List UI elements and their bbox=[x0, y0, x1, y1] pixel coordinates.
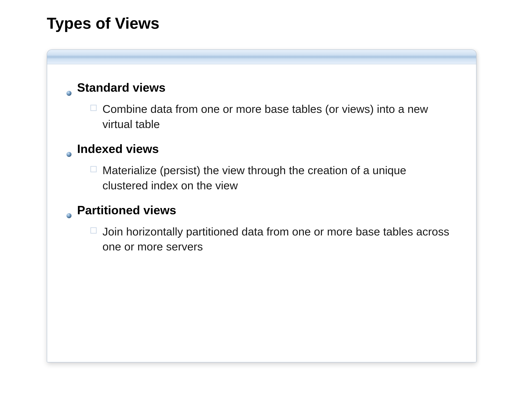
item-description: Combine data from one or more base table… bbox=[66, 101, 462, 132]
sphere-bullet-icon bbox=[66, 207, 72, 213]
list-item: Partitioned views Join horizontally part… bbox=[66, 203, 462, 254]
list-item: Indexed views Materialize (persist) the … bbox=[66, 142, 462, 193]
panel-body: Standard views Combine data from one or … bbox=[47, 64, 476, 272]
panel-header-bar bbox=[47, 50, 476, 64]
item-description-text: Materialize (persist) the view through t… bbox=[102, 163, 453, 193]
svg-point-2 bbox=[66, 213, 71, 218]
item-heading-label: Standard views bbox=[77, 80, 165, 94]
hollow-square-icon bbox=[90, 105, 97, 111]
item-heading-standard-views: Standard views bbox=[66, 80, 462, 94]
svg-point-0 bbox=[66, 91, 71, 96]
slide: Types of Views bbox=[0, 0, 532, 399]
item-heading-indexed-views: Indexed views bbox=[66, 142, 462, 156]
list-item: Standard views Combine data from one or … bbox=[66, 80, 462, 132]
item-description: Join horizontally partitioned data from … bbox=[66, 224, 462, 254]
hollow-square-icon bbox=[90, 227, 97, 234]
item-description-text: Join horizontally partitioned data from … bbox=[102, 224, 453, 254]
sphere-bullet-icon bbox=[66, 146, 72, 151]
item-heading-partitioned-views: Partitioned views bbox=[66, 203, 462, 217]
svg-point-1 bbox=[66, 152, 71, 157]
content-panel: Standard views Combine data from one or … bbox=[47, 50, 476, 362]
item-heading-label: Partitioned views bbox=[77, 203, 176, 217]
item-description-text: Combine data from one or more base table… bbox=[102, 101, 453, 132]
item-description: Materialize (persist) the view through t… bbox=[66, 163, 462, 193]
slide-title: Types of Views bbox=[47, 14, 159, 32]
item-heading-label: Indexed views bbox=[77, 142, 159, 156]
hollow-square-icon bbox=[90, 166, 97, 172]
sphere-bullet-icon bbox=[66, 85, 72, 90]
